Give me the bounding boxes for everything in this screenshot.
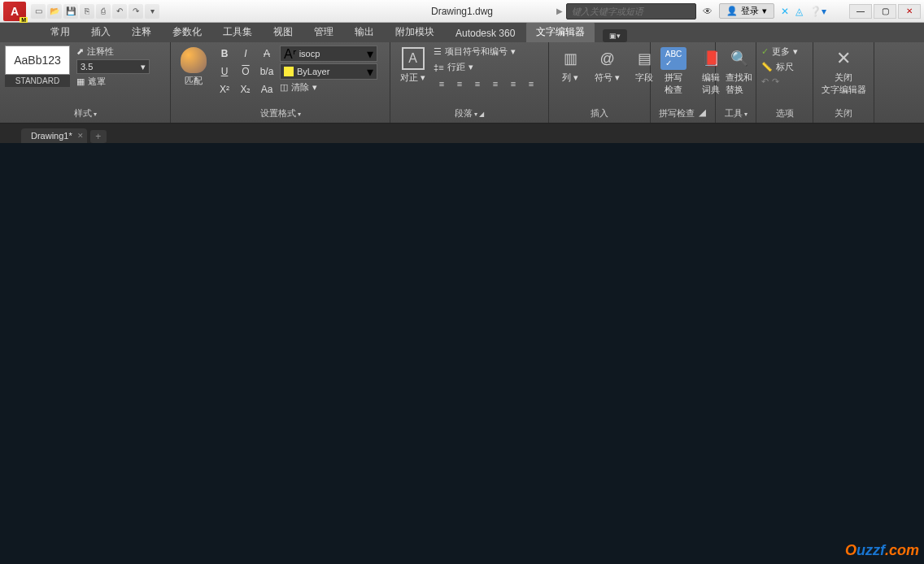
- brush-icon: [181, 47, 207, 73]
- qat-new-icon[interactable]: ▭: [31, 4, 46, 19]
- match-button[interactable]: 匹配: [176, 46, 211, 89]
- ribbon-tabs: 常用 插入 注释 参数化 工具集 视图 管理 输出 附加模块 Autodesk …: [0, 23, 924, 42]
- close-editor-button[interactable]: ✕ 关闭 文字编辑器: [817, 46, 871, 98]
- bold-button[interactable]: B: [215, 46, 234, 62]
- clear-button[interactable]: ◫ 清除 ▾: [280, 81, 377, 93]
- qat-print-icon[interactable]: ⎙: [96, 4, 111, 19]
- user-icon: 👤: [726, 6, 738, 16]
- changecase-button[interactable]: Aa: [257, 81, 277, 98]
- undo-redo-row: ↶ ↷: [761, 76, 798, 87]
- strike-button[interactable]: A: [257, 46, 277, 62]
- align-dist-icon[interactable]: ≡: [523, 76, 539, 91]
- panel-options-label: 选项: [761, 106, 808, 121]
- new-doc-tab-button[interactable]: +: [90, 130, 107, 143]
- minimize-button[interactable]: —: [849, 4, 872, 19]
- canvas-wrap: [-][俯视][二维线框] — ▢ ✕ 末坡下载 Y X 🔧 ✕ ▷_: [0, 143, 924, 564]
- stack-button[interactable]: b/a: [257, 63, 277, 80]
- overline-button[interactable]: O: [236, 63, 255, 80]
- tab-toolset[interactable]: 工具集: [213, 22, 262, 42]
- tab-output[interactable]: 输出: [345, 22, 384, 42]
- bullets-dropdown[interactable]: ☰ 项目符号和编号▾: [434, 46, 543, 58]
- justify-button[interactable]: A 对正 ▾: [395, 46, 430, 85]
- maximize-button[interactable]: ▢: [874, 4, 896, 19]
- panel-close-label: 关闭: [818, 106, 869, 121]
- qat-save-icon[interactable]: 💾: [63, 4, 78, 19]
- login-label: 登录: [741, 5, 759, 17]
- panel-style-label: 样式▾: [5, 106, 165, 121]
- app-logo[interactable]: A: [3, 2, 26, 21]
- align-justify-icon[interactable]: ≡: [487, 76, 503, 91]
- document-tab[interactable]: Drawing1* ✕: [21, 128, 87, 143]
- close-button[interactable]: ✕: [898, 4, 921, 19]
- window-title: Drawing1.dwg: [431, 6, 493, 17]
- mask-label: 遮罩: [88, 76, 106, 88]
- tab-parametric[interactable]: 参数化: [163, 22, 211, 42]
- tab-annotate[interactable]: 注释: [122, 22, 161, 42]
- qat-more-icon[interactable]: ▾: [145, 4, 159, 19]
- title-bar: A ▭ 📂 💾 ⎘ ⎙ ↶ ↷ ▾ Drawing1.dwg ▶ 👁 👤 登录 …: [0, 0, 924, 23]
- tab-a360[interactable]: Autodesk 360: [446, 24, 525, 42]
- symbol-button[interactable]: @ 符号 ▾: [590, 46, 625, 85]
- spellcheck-button[interactable]: ABC✓ 拼写 检查: [656, 46, 691, 98]
- qat-saveas-icon[interactable]: ⎘: [80, 4, 94, 19]
- more-dropdown[interactable]: ✓ 更多▾: [761, 46, 798, 58]
- style-preview[interactable]: AaBb123: [5, 46, 70, 75]
- close-x-icon: ✕: [832, 47, 855, 70]
- panel-spell-label: 拼写检查 ◢: [656, 106, 710, 121]
- doc-tab-label: Drawing1*: [31, 131, 72, 141]
- superscript-button[interactable]: X²: [215, 81, 234, 98]
- align-center-icon[interactable]: ≡: [451, 76, 468, 91]
- search-area: ▶: [556, 3, 696, 20]
- font-icon: Aʳ: [284, 46, 296, 62]
- qat-open-icon[interactable]: 📂: [47, 4, 62, 19]
- ribbon: AaBb123 STANDARD ⬈ 注释性 3.5▾ ▦ 遮罩: [0, 42, 924, 124]
- redo-icon[interactable]: ↷: [772, 76, 779, 87]
- panel-close: ✕ 关闭 文字编辑器 关闭: [813, 42, 874, 123]
- color-swatch: [284, 67, 294, 76]
- qat-redo-icon[interactable]: ↷: [129, 4, 143, 19]
- font-dropdown[interactable]: Aʳ isocp ▾: [280, 46, 377, 62]
- column-button[interactable]: ▥ 列 ▾: [554, 46, 586, 85]
- tab-manage[interactable]: 管理: [304, 22, 343, 42]
- tab-insert[interactable]: 插入: [81, 22, 120, 42]
- linespacing-dropdown[interactable]: ‡≡ 行距▾: [434, 61, 543, 73]
- exchange-icon[interactable]: ✕: [781, 6, 789, 17]
- tab-addins[interactable]: 附加模块: [386, 22, 444, 42]
- search-input[interactable]: [566, 3, 696, 20]
- mask-toggle[interactable]: ▦ 遮罩: [76, 76, 150, 88]
- binoculars-icon[interactable]: 👁: [703, 6, 713, 17]
- panel-insert-label: 插入: [554, 106, 645, 121]
- style-name: STANDARD: [5, 75, 70, 87]
- doc-tab-close-icon[interactable]: ✕: [77, 132, 84, 140]
- underline-button[interactable]: U: [215, 63, 234, 80]
- align-default-icon[interactable]: ≡: [505, 76, 521, 91]
- ruler-toggle[interactable]: 📏 标尺: [761, 61, 798, 73]
- panel-format-label: 设置格式▾: [176, 106, 385, 121]
- panel-tools-label: 工具▾: [721, 106, 751, 121]
- check-icon: ✓: [761, 46, 769, 57]
- align-right-icon[interactable]: ≡: [469, 76, 486, 91]
- align-left-icon[interactable]: ≡: [434, 76, 450, 91]
- share-icon[interactable]: ◬: [795, 6, 803, 17]
- ribbon-minimize-icon[interactable]: ▣▾: [603, 29, 627, 42]
- abc-check-icon: ABC✓: [660, 47, 686, 70]
- panel-paragraph: A 对正 ▾ ☰ 项目符号和编号▾ ‡≡ 行距▾ ≡ ≡ ≡: [390, 42, 549, 123]
- login-button[interactable]: 👤 登录 ▾: [719, 3, 774, 19]
- find-replace-button[interactable]: 🔍 查找和 替换: [721, 46, 757, 98]
- tab-text-editor[interactable]: 文字编辑器: [526, 22, 595, 42]
- color-dropdown[interactable]: ByLayer ▾: [280, 63, 377, 80]
- chevron-down-icon: ▾: [762, 6, 767, 16]
- subscript-button[interactable]: X₂: [236, 81, 255, 98]
- undo-icon[interactable]: ↶: [761, 76, 769, 87]
- tab-common[interactable]: 常用: [41, 22, 80, 42]
- help-icon[interactable]: ❔▾: [809, 6, 826, 17]
- text-height-dropdown[interactable]: 3.5▾: [76, 59, 150, 74]
- text-height-value: 3.5: [81, 62, 93, 72]
- italic-button[interactable]: I: [236, 46, 255, 62]
- annotative-toggle[interactable]: ⬈ 注释性: [76, 46, 150, 58]
- panel-tools: 🔍 查找和 替换 工具▾: [716, 42, 756, 123]
- tab-view[interactable]: 视图: [264, 22, 303, 42]
- qat-undo-icon[interactable]: ↶: [112, 4, 127, 19]
- panel-paragraph-label: 段落▾ ◢: [395, 106, 543, 121]
- linespacing-icon: ‡≡: [434, 63, 444, 72]
